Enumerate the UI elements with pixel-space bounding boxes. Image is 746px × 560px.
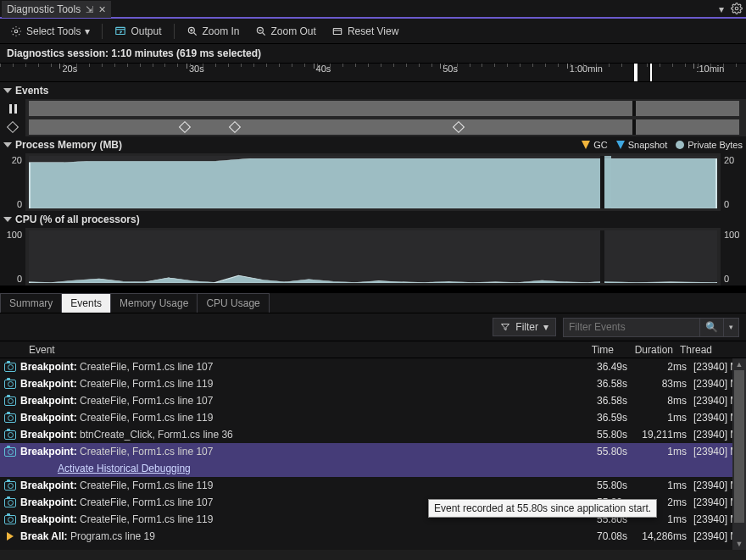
break-all-arrow-icon (0, 532, 20, 541)
tooltip: Event recorded at 55.80s since applicati… (428, 499, 657, 518)
tool-window-tab[interactable]: Diagnostic Tools ⇲ ✕ (2, 1, 111, 18)
table-row[interactable]: Breakpoint: btnCreate_Click, Form1.cs li… (0, 426, 746, 443)
cpu-axis-right: 1000 (721, 228, 746, 286)
filter-input[interactable] (564, 321, 699, 333)
table-row[interactable]: Breakpoint: CreateFile, Form1.cs line 10… (0, 358, 746, 375)
memory-section-header[interactable]: Process Memory (MB) GC Snapshot Private … (0, 136, 746, 153)
collapse-caret-icon (3, 217, 12, 222)
scroll-down-icon[interactable]: ▼ (732, 538, 746, 550)
col-event[interactable]: Event (0, 344, 568, 356)
session-info: Diagnostics session: 1:10 minutes (619 m… (0, 44, 746, 64)
tab-memory-usage[interactable]: Memory Usage (110, 293, 198, 313)
filter-label: Filter (515, 321, 538, 333)
gear-icon[interactable] (731, 3, 743, 17)
memory-axis-left: 200 (0, 153, 25, 211)
zoom-out-label: Zoom Out (271, 25, 316, 37)
table-row[interactable]: Breakpoint: CreateFile, Form1.cs line 10… (0, 392, 746, 409)
chevron-down-icon: ▾ (543, 321, 548, 333)
camera-icon (0, 380, 20, 389)
memory-section-title: Process Memory (MB) (15, 139, 122, 151)
select-tools-button[interactable]: Select Tools ▾ (7, 24, 93, 39)
scrollbar[interactable]: ▲ ▼ (732, 358, 746, 550)
filter-search: 🔍 ▾ (563, 318, 739, 337)
separator (102, 24, 103, 39)
detail-tabs: Summary Events Memory Usage CPU Usage (0, 292, 746, 313)
svg-point-0 (735, 7, 738, 10)
historical-debugging-link-row: Activate Historical Debugging (0, 460, 746, 477)
separator (174, 24, 175, 39)
memory-axis-right: 200 (721, 153, 746, 211)
table-row[interactable]: Break All: Program.cs line 1970.08s14,28… (0, 528, 746, 545)
search-icon[interactable]: 🔍 (699, 319, 723, 336)
select-tools-label: Select Tools (26, 25, 81, 37)
col-time[interactable]: Time (568, 344, 619, 356)
col-duration[interactable]: Duration (619, 344, 678, 356)
memory-legend: GC Snapshot Private Bytes (582, 140, 743, 150)
events-section-header[interactable]: Events (0, 82, 746, 99)
zoom-out-button[interactable]: Zoom Out (252, 24, 320, 39)
table-row[interactable]: Breakpoint: CreateFile, Form1.cs line 10… (0, 443, 746, 460)
camera-icon (0, 498, 20, 507)
legend-private-bytes: Private Bytes (676, 140, 743, 150)
splitter[interactable] (0, 286, 746, 292)
camera-icon (0, 396, 20, 406)
tab-events[interactable]: Events (61, 293, 111, 313)
output-label: Output (131, 25, 161, 37)
events-table: Event Time Duration Thread Breakpoint: C… (0, 341, 746, 550)
intellitrace-lane[interactable] (0, 118, 746, 136)
events-section-title: Events (15, 85, 48, 97)
scrollbar-thumb[interactable] (734, 370, 744, 523)
zoom-in-label: Zoom In (203, 25, 240, 37)
table-row[interactable]: Breakpoint: CreateFile, Form1.cs line 11… (0, 375, 746, 392)
legend-snapshot: Snapshot (616, 140, 667, 150)
pause-icon (0, 99, 25, 118)
chevron-down-icon: ▾ (85, 25, 90, 37)
table-header: Event Time Duration Thread (0, 341, 746, 358)
cpu-chart-row: 1000 1000 (0, 228, 746, 286)
camera-icon (0, 430, 20, 440)
filter-bar: Filter ▾ 🔍 ▾ (0, 313, 746, 341)
svg-point-1 (14, 30, 18, 33)
cpu-chart[interactable] (29, 230, 717, 283)
table-row[interactable]: Breakpoint: CreateFile, Form1.cs line 11… (0, 477, 746, 494)
events-lanes (0, 99, 746, 136)
tool-window-title: Diagnostic Tools (7, 3, 81, 15)
camera-icon (0, 481, 20, 491)
legend-gc: GC (582, 140, 608, 150)
cpu-axis-left: 1000 (0, 228, 25, 286)
break-events-lane[interactable] (0, 99, 746, 118)
memory-chart-row: 200 200 (0, 153, 746, 211)
toolbar: Select Tools ▾ Output Zoom In Zoom Out R… (0, 19, 746, 44)
close-icon[interactable]: ✕ (98, 4, 106, 15)
search-options-icon[interactable]: ▾ (723, 319, 738, 336)
camera-icon (0, 413, 20, 423)
reset-view-button[interactable]: Reset View (328, 24, 402, 39)
collapse-caret-icon (3, 88, 12, 93)
timeline-ruler[interactable]: 20s30s40s50s1:00min:10min (0, 64, 746, 82)
pin-icon[interactable]: ⇲ (86, 4, 93, 15)
scroll-up-icon[interactable]: ▲ (732, 358, 746, 370)
tab-cpu-usage[interactable]: CPU Usage (197, 293, 269, 313)
filter-button[interactable]: Filter ▾ (493, 318, 556, 336)
zoom-in-button[interactable]: Zoom In (183, 24, 243, 39)
tab-summary[interactable]: Summary (0, 293, 62, 313)
collapse-caret-icon (3, 142, 12, 147)
activate-historical-debugging-link[interactable]: Activate Historical Debugging (58, 463, 191, 474)
svg-rect-5 (333, 28, 341, 34)
cpu-section-title: CPU (% of all processors) (15, 213, 140, 225)
camera-icon (0, 447, 20, 457)
camera-icon (0, 515, 20, 524)
diamond-icon (0, 118, 25, 136)
window-titlebar: Diagnostic Tools ⇲ ✕ ▾ (0, 0, 746, 19)
camera-icon (0, 363, 20, 372)
table-row[interactable]: Breakpoint: CreateFile, Form1.cs line 11… (0, 409, 746, 426)
reset-view-label: Reset View (348, 25, 398, 37)
col-thread[interactable]: Thread (678, 344, 732, 356)
output-button[interactable]: Output (111, 24, 164, 39)
memory-chart[interactable] (29, 156, 717, 208)
window-menu-icon[interactable]: ▾ (719, 3, 724, 15)
cpu-section-header[interactable]: CPU (% of all processors) (0, 211, 746, 228)
